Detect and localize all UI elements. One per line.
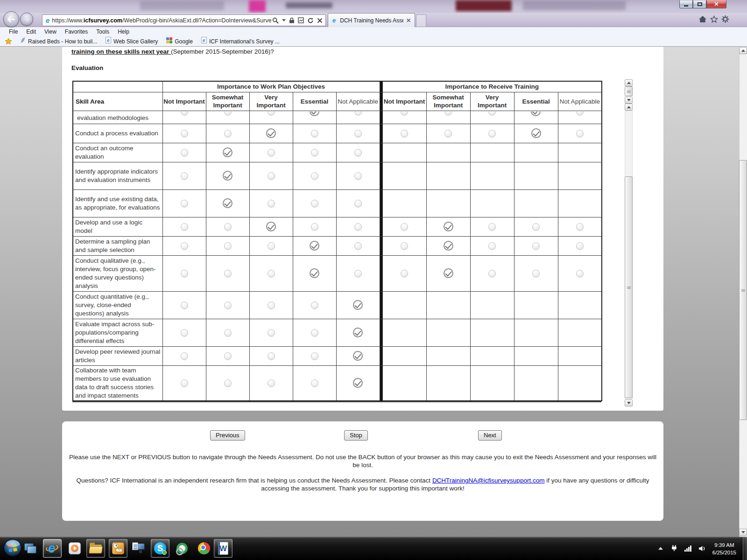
- radio-training-not-applicable[interactable]: [576, 270, 584, 277]
- taskbar-outlook-button[interactable]: [109, 539, 127, 558]
- radio-work-very-important[interactable]: [268, 379, 275, 387]
- taskbar-clock[interactable]: 9:39 AM 6/25/2015: [712, 541, 736, 556]
- taskbar-software-center-button[interactable]: [130, 539, 148, 558]
- radio-work-not-applicable[interactable]: [354, 112, 362, 115]
- radio-work-not-applicable[interactable]: [354, 223, 362, 231]
- radio-work-not-applicable-selected[interactable]: [353, 351, 363, 361]
- radio-training-not-applicable[interactable]: [576, 112, 584, 115]
- radio-training-not-important[interactable]: [401, 242, 408, 250]
- taskbar-media-player-button[interactable]: [65, 539, 84, 558]
- radio-work-not-applicable-selected[interactable]: [353, 328, 363, 337]
- menu-favorites[interactable]: Favorites: [61, 27, 92, 36]
- radio-work-essential[interactable]: [311, 352, 318, 360]
- radio-training-not-applicable[interactable]: [576, 223, 584, 231]
- taskbar-cisco-button[interactable]: [173, 539, 191, 558]
- radio-training-essential-selected[interactable]: [531, 128, 541, 138]
- radio-work-somewhat-important[interactable]: [224, 242, 232, 250]
- hidden-icons-caret-icon[interactable]: [658, 547, 663, 550]
- minimize-button[interactable]: [679, 0, 693, 8]
- radio-work-very-important[interactable]: [268, 352, 275, 360]
- radio-work-not-important[interactable]: [181, 200, 188, 207]
- forward-button[interactable]: [20, 13, 33, 26]
- menu-file[interactable]: File: [5, 27, 22, 36]
- radio-training-essential[interactable]: [532, 242, 540, 250]
- compatibility-view-icon[interactable]: [298, 17, 304, 23]
- radio-training-very-important[interactable]: [488, 112, 496, 115]
- radio-work-not-important[interactable]: [181, 329, 188, 336]
- radio-training-very-important[interactable]: [488, 270, 496, 277]
- menu-help[interactable]: Help: [113, 27, 134, 36]
- radio-work-not-applicable[interactable]: [354, 149, 362, 156]
- scrollbar-thumb[interactable]: [625, 86, 633, 96]
- favorite-google[interactable]: Google: [162, 37, 197, 46]
- radio-work-very-important-selected[interactable]: [266, 222, 276, 231]
- radio-work-very-important[interactable]: [268, 242, 275, 250]
- radio-work-somewhat-important[interactable]: [224, 270, 232, 277]
- radio-work-very-important[interactable]: [268, 172, 275, 180]
- radio-work-somewhat-important[interactable]: [224, 112, 232, 115]
- radio-work-not-important[interactable]: [181, 223, 188, 231]
- search-icon[interactable]: [272, 17, 279, 24]
- start-button[interactable]: [4, 539, 21, 557]
- radio-work-somewhat-important-selected[interactable]: [223, 198, 233, 208]
- favorites-bar-star-icon[interactable]: [5, 38, 12, 45]
- radio-training-essential-selected[interactable]: [531, 112, 541, 116]
- scrollbar-thumb[interactable]: [625, 176, 633, 398]
- radio-work-essential-selected[interactable]: [310, 241, 319, 251]
- radio-training-very-important[interactable]: [488, 242, 496, 250]
- radio-training-somewhat-important-selected[interactable]: [444, 268, 453, 278]
- radio-training-not-applicable[interactable]: [576, 130, 584, 137]
- new-tab-button[interactable]: [416, 14, 426, 27]
- radio-training-not-important[interactable]: [401, 270, 408, 277]
- network-signal-icon[interactable]: [684, 546, 692, 552]
- radio-work-not-important[interactable]: [181, 352, 188, 360]
- next-button[interactable]: Next: [478, 430, 502, 441]
- speaker-icon[interactable]: [698, 546, 706, 552]
- radio-work-not-applicable[interactable]: [354, 270, 362, 277]
- home-icon[interactable]: [698, 15, 707, 23]
- radio-work-essential[interactable]: [311, 379, 318, 387]
- radio-work-very-important[interactable]: [268, 112, 275, 115]
- radio-work-very-important[interactable]: [268, 149, 275, 156]
- show-desktop-button[interactable]: [743, 537, 747, 560]
- radio-work-somewhat-important-selected[interactable]: [223, 147, 233, 157]
- favorites-star-icon[interactable]: [710, 15, 718, 23]
- menu-view[interactable]: View: [40, 27, 61, 36]
- radio-work-somewhat-important[interactable]: [224, 223, 232, 231]
- scroll-up-button[interactable]: [625, 104, 633, 111]
- refresh-icon[interactable]: [307, 17, 314, 24]
- radio-training-not-important[interactable]: [401, 223, 408, 231]
- radio-work-not-important[interactable]: [181, 130, 188, 137]
- radio-work-somewhat-important[interactable]: [224, 379, 232, 387]
- tab-close-icon[interactable]: ✕: [405, 17, 412, 24]
- radio-work-essential[interactable]: [311, 130, 318, 137]
- previous-button[interactable]: Previous: [210, 430, 245, 441]
- address-bar[interactable]: e https://www.icfsurvey.com/WebProd/cgi-…: [42, 14, 326, 26]
- radio-work-essential[interactable]: [311, 149, 318, 156]
- radio-work-essential[interactable]: [311, 200, 318, 207]
- radio-work-essential[interactable]: [311, 172, 318, 180]
- stop-button[interactable]: Stop: [344, 430, 368, 441]
- support-email-link[interactable]: DCHTrainingNA@icfisurveysupport.com: [432, 477, 545, 484]
- power-plug-icon[interactable]: [670, 545, 678, 552]
- radio-work-very-important[interactable]: [268, 200, 275, 207]
- taskbar-internet-explorer-button[interactable]: e: [43, 539, 62, 558]
- radio-work-very-important[interactable]: [268, 329, 275, 336]
- radio-work-not-applicable[interactable]: [354, 172, 362, 180]
- radio-work-not-applicable[interactable]: [354, 130, 362, 137]
- radio-work-very-important-selected[interactable]: [266, 128, 276, 138]
- radio-work-somewhat-important-selected[interactable]: [223, 171, 233, 181]
- close-button[interactable]: ✕: [706, 0, 726, 8]
- radio-training-somewhat-important[interactable]: [444, 130, 452, 137]
- radio-work-essential[interactable]: [311, 301, 318, 309]
- radio-work-not-applicable-selected[interactable]: [353, 300, 363, 310]
- radio-work-somewhat-important[interactable]: [224, 352, 232, 360]
- radio-work-not-applicable[interactable]: [354, 200, 362, 207]
- radio-training-not-applicable[interactable]: [576, 242, 584, 250]
- url-text[interactable]: https://www.icfsurvey.com/WebProd/cgi-bi…: [52, 17, 271, 24]
- radio-work-not-important[interactable]: [181, 270, 188, 277]
- radio-work-somewhat-important[interactable]: [224, 301, 232, 309]
- radio-training-somewhat-important-selected[interactable]: [444, 222, 453, 231]
- radio-work-very-important[interactable]: [268, 301, 275, 309]
- radio-training-somewhat-important-selected[interactable]: [444, 241, 453, 251]
